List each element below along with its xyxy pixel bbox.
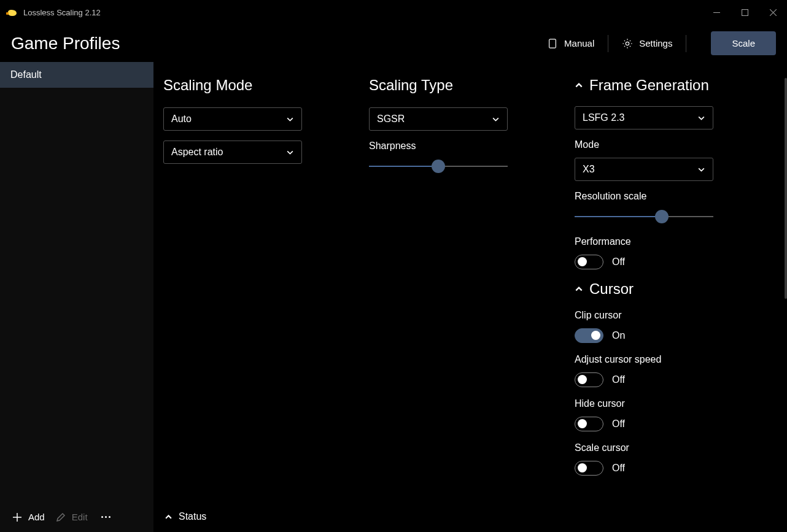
chevron-down-icon <box>492 115 500 123</box>
scaling-mode-heading: Scaling Mode <box>163 77 360 94</box>
framegen-mode-value: X3 <box>583 164 595 175</box>
performance-toggle-row: Off <box>575 255 775 269</box>
performance-state: Off <box>612 256 625 268</box>
scale-cursor-toggle[interactable] <box>575 461 603 476</box>
performance-label: Performance <box>575 236 775 247</box>
scale-cursor-label: Scale cursor <box>575 442 775 453</box>
scaling-mode-value: Auto <box>171 114 192 125</box>
slider-thumb[interactable] <box>655 210 669 223</box>
frame-generation-header[interactable]: Frame Generation <box>575 77 775 94</box>
chevron-up-icon <box>165 513 173 521</box>
scaling-mode-section: Scaling Mode Auto Aspect ratio <box>163 77 360 532</box>
clip-cursor-toggle[interactable] <box>575 328 603 343</box>
edit-profile-button[interactable]: Edit <box>56 512 88 522</box>
cursor-heading: Cursor <box>589 280 634 298</box>
chevron-up-icon <box>575 81 583 90</box>
sidebar-footer: Add Edit <box>0 502 153 532</box>
clip-cursor-label: Clip cursor <box>575 310 775 321</box>
scaling-type-section: Scaling Type SGSR Sharpness <box>369 77 566 532</box>
settings-label: Settings <box>639 38 672 48</box>
scaling-type-value: SGSR <box>377 114 405 125</box>
cursor-header[interactable]: Cursor <box>575 280 775 298</box>
settings-button[interactable]: Settings <box>621 34 673 53</box>
svg-rect-1 <box>742 9 748 15</box>
content: Default Add Edit Scaling Mode Auto Aspec… <box>0 62 787 532</box>
scaling-mode-select[interactable]: Auto <box>163 107 302 131</box>
toggle-thumb <box>578 375 587 384</box>
more-button[interactable] <box>99 514 113 520</box>
chevron-down-icon <box>286 148 294 156</box>
toggle-thumb <box>578 257 587 266</box>
add-profile-button[interactable]: Add <box>12 512 45 522</box>
slider-fill <box>369 166 438 167</box>
frame-generation-heading: Frame Generation <box>589 77 709 94</box>
toggle-thumb <box>578 419 587 428</box>
adjust-cursor-toggle[interactable] <box>575 372 603 387</box>
manual-button[interactable]: Manual <box>546 34 595 53</box>
edit-label: Edit <box>72 512 88 522</box>
svg-rect-4 <box>549 39 556 47</box>
app-icon <box>7 7 17 17</box>
hide-cursor-state: Off <box>612 418 625 430</box>
status-label: Status <box>179 511 206 522</box>
topbar: Game Profiles Manual Settings Scale <box>0 25 787 62</box>
gear-icon <box>622 38 633 49</box>
resolution-scale-label: Resolution scale <box>575 191 775 202</box>
pencil-icon <box>56 512 66 522</box>
divider <box>608 35 608 52</box>
manual-icon <box>547 38 558 49</box>
scaling-fit-value: Aspect ratio <box>171 147 223 158</box>
sidebar-item-default[interactable]: Default <box>0 62 153 88</box>
framegen-mode-label: Mode <box>575 139 775 150</box>
scaling-fit-select[interactable]: Aspect ratio <box>163 141 302 164</box>
add-label: Add <box>28 512 45 522</box>
framegen-algo-value: LSFG 2.3 <box>583 112 624 123</box>
scaling-type-select[interactable]: SGSR <box>369 107 508 131</box>
window-controls <box>702 0 787 25</box>
slider-fill <box>575 216 662 217</box>
right-column: Frame Generation LSFG 2.3 Mode X3 Resolu… <box>575 77 777 531</box>
sharpness-label: Sharpness <box>369 141 566 152</box>
plus-icon <box>12 512 22 522</box>
slider-thumb[interactable] <box>432 160 445 173</box>
maximize-button[interactable] <box>731 0 759 25</box>
scale-cursor-state: Off <box>612 463 625 474</box>
status-expander[interactable]: Status <box>165 511 206 522</box>
toggle-thumb <box>578 463 587 472</box>
divider <box>686 35 686 52</box>
clip-cursor-toggle-row: On <box>575 328 775 343</box>
adjust-cursor-toggle-row: Off <box>575 372 775 387</box>
framegen-algo-select[interactable]: LSFG 2.3 <box>575 106 713 129</box>
resolution-scale-slider[interactable] <box>575 209 713 224</box>
adjust-cursor-state: Off <box>612 374 625 385</box>
performance-toggle[interactable] <box>575 255 603 269</box>
scrollbar[interactable] <box>785 78 787 299</box>
framegen-mode-select[interactable]: X3 <box>575 158 713 181</box>
chevron-down-icon <box>697 114 705 122</box>
hide-cursor-label: Hide cursor <box>575 398 775 409</box>
scale-cursor-toggle-row: Off <box>575 461 775 476</box>
page-title: Game Profiles <box>11 34 120 53</box>
close-button[interactable] <box>759 0 787 25</box>
sharpness-slider[interactable] <box>369 159 508 174</box>
hide-cursor-toggle-row: Off <box>575 417 775 431</box>
chevron-up-icon <box>575 285 583 293</box>
titlebar: Lossless Scaling 2.12 <box>0 0 787 25</box>
scaling-type-heading: Scaling Type <box>369 77 566 94</box>
sidebar: Default Add Edit <box>0 62 153 532</box>
svg-point-5 <box>626 42 629 45</box>
clip-cursor-state: On <box>612 330 625 341</box>
toggle-thumb <box>591 331 600 340</box>
hide-cursor-toggle[interactable] <box>575 417 603 431</box>
adjust-cursor-label: Adjust cursor speed <box>575 354 775 365</box>
chevron-down-icon <box>697 166 705 174</box>
scale-button[interactable]: Scale <box>711 31 776 55</box>
main: Scaling Mode Auto Aspect ratio Scaling T… <box>153 62 787 532</box>
manual-label: Manual <box>564 38 594 48</box>
window-title: Lossless Scaling 2.12 <box>23 8 101 17</box>
minimize-button[interactable] <box>702 0 731 25</box>
chevron-down-icon <box>286 115 294 123</box>
